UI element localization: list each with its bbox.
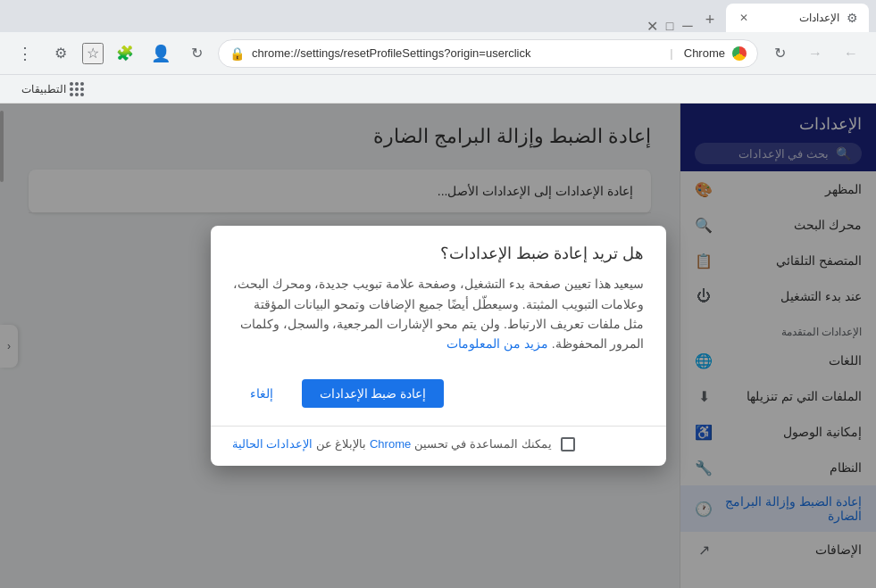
apps-bookmark[interactable]: التطبيقات	[14, 82, 91, 96]
tab-close-btn[interactable]: ✕	[737, 11, 751, 25]
reset-dialog: هل تريد إعادة ضبط الإعدادات؟ سيعيد هذا ت…	[211, 226, 666, 466]
report-checkbox-container: يمكنك المساعدة في تحسين Chrome بالإبلاغ …	[232, 437, 575, 451]
chrome-logo-icon	[732, 46, 747, 61]
extensions-button[interactable]: 🧩	[111, 39, 139, 68]
dialog-header: هل تريد إعادة ضبط الإعدادات؟	[211, 226, 666, 263]
report-checkbox[interactable]	[561, 437, 575, 451]
address-text: chrome://settings/resetProfileSettings?o…	[252, 46, 659, 60]
window-controls: ─ □ ✕	[646, 20, 694, 32]
address-separator: |	[670, 46, 672, 60]
settings-gear-button[interactable]: ⚙	[46, 39, 75, 68]
content-area: الإعدادات 🔍 بحث في الإعدادات المظهر 🎨 مح…	[0, 104, 876, 588]
active-tab[interactable]: ⚙ الإعدادات ✕	[726, 4, 869, 32]
refresh-button[interactable]: ↻	[182, 39, 211, 68]
tab-title: الإعدادات	[799, 12, 839, 24]
reset-settings-button[interactable]: إعادة ضبط الإعدادات	[302, 379, 445, 408]
gear-tab-icon: ⚙	[847, 11, 858, 25]
forward-button[interactable]: →	[801, 39, 830, 68]
toolbar: ← → ↻ 🔒 chrome://settings/resetProfileSe…	[0, 32, 876, 75]
bookmark-button[interactable]: ☆	[82, 43, 104, 64]
chrome-menu-button[interactable]: ⋮	[11, 39, 39, 68]
browser-frame: ⚙ الإعدادات ✕ + ─ □ ✕ ← → ↻ 🔒 chrome://s…	[0, 0, 876, 588]
more-info-link[interactable]: مزيد من المعلومات	[446, 336, 548, 351]
dialog-title: هل تريد إعادة ضبط الإعدادات؟	[232, 244, 645, 263]
cancel-button[interactable]: إلغاء	[232, 379, 291, 408]
dialog-footer: يمكنك المساعدة في تحسين Chrome بالإبلاغ …	[211, 426, 666, 466]
modal-overlay: هل تريد إعادة ضبط الإعدادات؟ سيعيد هذا ت…	[0, 104, 876, 588]
apps-grid-icon	[70, 82, 84, 96]
settings-footer-link[interactable]: الإعدادات الحالية	[232, 437, 313, 451]
chrome-footer-link[interactable]: Chrome	[370, 437, 411, 451]
back-button[interactable]: ←	[837, 39, 865, 68]
close-button[interactable]: ✕	[646, 20, 658, 32]
new-tab-button[interactable]: +	[697, 7, 722, 32]
footer-text: يمكنك المساعدة في تحسين Chrome بالإبلاغ …	[232, 437, 552, 451]
address-bar[interactable]: 🔒 chrome://settings/resetProfileSettings…	[218, 39, 758, 68]
dialog-body: سيعيد هذا تعيين صفحة بدء التشغيل، وصفحة …	[211, 274, 666, 369]
bookmarks-bar: التطبيقات	[0, 75, 876, 104]
profile-button[interactable]: 👤	[146, 39, 175, 68]
dialog-actions: إعادة ضبط الإعدادات إلغاء	[211, 369, 666, 426]
tab-bar: ⚙ الإعدادات ✕ + ─ □ ✕	[0, 0, 876, 32]
maximize-button[interactable]: □	[663, 20, 676, 32]
apps-label: التطبيقات	[21, 83, 66, 95]
lock-icon: 🔒	[229, 46, 245, 61]
chrome-brand-label: Chrome	[684, 46, 725, 60]
dialog-body-text: سيعيد هذا تعيين صفحة بدء التشغيل، وصفحة …	[232, 274, 645, 354]
minimize-button[interactable]: ─	[681, 20, 694, 32]
reload-button[interactable]: ↻	[765, 39, 794, 68]
